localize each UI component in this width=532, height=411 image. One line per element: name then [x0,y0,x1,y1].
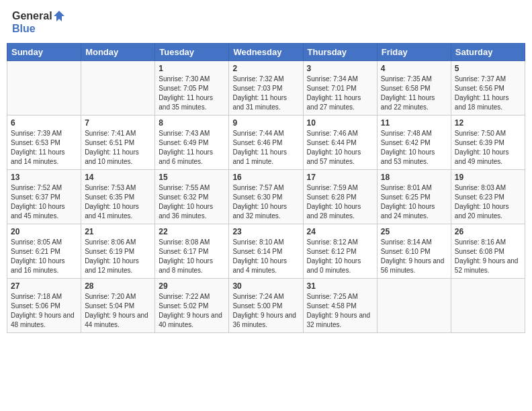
calendar-cell: 21Sunrise: 8:06 AM Sunset: 6:19 PM Dayli… [81,224,155,279]
day-info: Sunrise: 7:43 AM Sunset: 6:49 PM Dayligh… [159,129,225,167]
calendar-cell: 25Sunrise: 8:14 AM Sunset: 6:10 PM Dayli… [377,224,451,279]
day-info: Sunrise: 7:46 AM Sunset: 6:44 PM Dayligh… [307,129,373,167]
calendar-cell [377,279,451,333]
day-number: 14 [85,173,151,182]
day-number: 25 [381,227,447,236]
calendar-cell: 27Sunrise: 7:18 AM Sunset: 5:06 PM Dayli… [7,279,81,333]
day-number: 13 [11,173,77,182]
calendar-table: SundayMondayTuesdayWednesdayThursdayFrid… [7,43,525,333]
day-info: Sunrise: 7:37 AM Sunset: 6:56 PM Dayligh… [455,75,521,112]
calendar-cell: 11Sunrise: 7:48 AM Sunset: 6:42 PM Dayli… [377,116,451,170]
day-info: Sunrise: 8:16 AM Sunset: 6:08 PM Dayligh… [455,238,521,275]
calendar-cell: 26Sunrise: 8:16 AM Sunset: 6:08 PM Dayli… [451,224,525,279]
svg-marker-0 [54,11,64,21]
calendar-cell [451,279,525,333]
day-info: Sunrise: 7:18 AM Sunset: 5:06 PM Dayligh… [11,292,77,330]
calendar-cell: 14Sunrise: 7:53 AM Sunset: 6:35 PM Dayli… [81,170,155,224]
calendar-week-2: 6Sunrise: 7:39 AM Sunset: 6:53 PM Daylig… [7,116,525,170]
calendar-cell: 13Sunrise: 7:52 AM Sunset: 6:37 PM Dayli… [7,170,81,224]
day-number: 26 [455,227,521,236]
day-info: Sunrise: 7:22 AM Sunset: 5:02 PM Dayligh… [159,292,225,330]
day-info: Sunrise: 8:03 AM Sunset: 6:23 PM Dayligh… [455,183,521,221]
day-number: 3 [307,64,373,73]
day-header-wednesday: Wednesday [229,44,303,61]
day-header-tuesday: Tuesday [155,44,229,61]
calendar-cell: 28Sunrise: 7:20 AM Sunset: 5:04 PM Dayli… [81,279,155,333]
day-number: 21 [85,227,151,236]
day-number: 15 [159,173,225,182]
calendar-cell: 29Sunrise: 7:22 AM Sunset: 5:02 PM Dayli… [155,279,229,333]
calendar-cell: 5Sunrise: 7:37 AM Sunset: 6:56 PM Daylig… [451,61,525,116]
day-number: 2 [232,64,299,73]
day-info: Sunrise: 7:53 AM Sunset: 6:35 PM Dayligh… [85,183,151,221]
calendar-cell: 6Sunrise: 7:39 AM Sunset: 6:53 PM Daylig… [7,116,81,170]
day-info: Sunrise: 8:10 AM Sunset: 6:14 PM Dayligh… [232,238,299,275]
calendar-header: General Blue [7,7,525,38]
day-number: 11 [381,118,447,128]
day-info: Sunrise: 7:24 AM Sunset: 5:00 PM Dayligh… [232,292,299,330]
day-number: 19 [455,173,521,182]
calendar-week-1: 1Sunrise: 7:30 AM Sunset: 7:05 PM Daylig… [7,61,525,116]
day-number: 18 [381,173,447,182]
calendar-cell: 30Sunrise: 7:24 AM Sunset: 5:00 PM Dayli… [229,279,303,333]
day-number: 12 [455,118,521,128]
day-number: 16 [232,173,299,182]
day-number: 27 [11,281,77,291]
day-info: Sunrise: 7:57 AM Sunset: 6:30 PM Dayligh… [232,183,299,221]
day-info: Sunrise: 7:50 AM Sunset: 6:39 PM Dayligh… [455,129,521,167]
day-info: Sunrise: 8:06 AM Sunset: 6:19 PM Dayligh… [85,238,151,275]
day-info: Sunrise: 7:25 AM Sunset: 4:58 PM Dayligh… [307,292,373,330]
day-number: 6 [11,118,77,128]
logo-bird-icon [52,9,66,23]
calendar-cell: 3Sunrise: 7:34 AM Sunset: 7:01 PM Daylig… [303,61,377,116]
calendar-cell: 16Sunrise: 7:57 AM Sunset: 6:30 PM Dayli… [229,170,303,224]
day-number: 5 [455,64,521,73]
day-number: 4 [381,64,447,73]
day-info: Sunrise: 7:20 AM Sunset: 5:04 PM Dayligh… [85,292,151,330]
day-info: Sunrise: 7:59 AM Sunset: 6:28 PM Dayligh… [307,183,373,221]
day-number: 31 [307,281,373,291]
calendar-cell: 24Sunrise: 8:12 AM Sunset: 6:12 PM Dayli… [303,224,377,279]
calendar-cell: 23Sunrise: 8:10 AM Sunset: 6:14 PM Dayli… [229,224,303,279]
calendar-cell: 2Sunrise: 7:32 AM Sunset: 7:03 PM Daylig… [229,61,303,116]
day-number: 20 [11,227,77,236]
day-info: Sunrise: 8:08 AM Sunset: 6:17 PM Dayligh… [159,238,225,275]
day-number: 9 [232,118,299,128]
calendar-week-4: 20Sunrise: 8:05 AM Sunset: 6:21 PM Dayli… [7,224,525,279]
logo-blue: Blue [12,23,36,35]
day-number: 8 [159,118,225,128]
calendar-cell: 9Sunrise: 7:44 AM Sunset: 6:46 PM Daylig… [229,116,303,170]
calendar-week-5: 27Sunrise: 7:18 AM Sunset: 5:06 PM Dayli… [7,279,525,333]
calendar-cell: 15Sunrise: 7:55 AM Sunset: 6:32 PM Dayli… [155,170,229,224]
day-header-thursday: Thursday [303,44,377,61]
calendar-header-row: SundayMondayTuesdayWednesdayThursdayFrid… [7,44,525,61]
day-info: Sunrise: 8:05 AM Sunset: 6:21 PM Dayligh… [11,238,77,275]
calendar-cell: 22Sunrise: 8:08 AM Sunset: 6:17 PM Dayli… [155,224,229,279]
day-number: 28 [85,281,151,291]
day-number: 24 [307,227,373,236]
day-info: Sunrise: 8:12 AM Sunset: 6:12 PM Dayligh… [307,238,373,275]
day-number: 29 [159,281,225,291]
calendar-cell: 1Sunrise: 7:30 AM Sunset: 7:05 PM Daylig… [155,61,229,116]
day-number: 22 [159,227,225,236]
calendar-cell: 10Sunrise: 7:46 AM Sunset: 6:44 PM Dayli… [303,116,377,170]
day-info: Sunrise: 7:48 AM Sunset: 6:42 PM Dayligh… [381,129,447,167]
day-info: Sunrise: 7:35 AM Sunset: 6:58 PM Dayligh… [381,75,447,112]
day-info: Sunrise: 8:14 AM Sunset: 6:10 PM Dayligh… [381,238,447,275]
calendar-cell [81,61,155,116]
day-header-saturday: Saturday [451,44,525,61]
day-info: Sunrise: 7:41 AM Sunset: 6:51 PM Dayligh… [85,129,151,167]
calendar-cell: 19Sunrise: 8:03 AM Sunset: 6:23 PM Dayli… [451,170,525,224]
logo-general: General [12,10,52,22]
day-info: Sunrise: 7:55 AM Sunset: 6:32 PM Dayligh… [159,183,225,221]
day-info: Sunrise: 7:32 AM Sunset: 7:03 PM Dayligh… [232,75,299,112]
logo: General Blue [12,9,66,35]
calendar-cell: 8Sunrise: 7:43 AM Sunset: 6:49 PM Daylig… [155,116,229,170]
day-number: 30 [232,281,299,291]
day-info: Sunrise: 7:44 AM Sunset: 6:46 PM Dayligh… [232,129,299,167]
day-info: Sunrise: 7:52 AM Sunset: 6:37 PM Dayligh… [11,183,77,221]
day-header-friday: Friday [377,44,451,61]
calendar-cell: 17Sunrise: 7:59 AM Sunset: 6:28 PM Dayli… [303,170,377,224]
calendar-cell: 31Sunrise: 7:25 AM Sunset: 4:58 PM Dayli… [303,279,377,333]
calendar-cell: 7Sunrise: 7:41 AM Sunset: 6:51 PM Daylig… [81,116,155,170]
